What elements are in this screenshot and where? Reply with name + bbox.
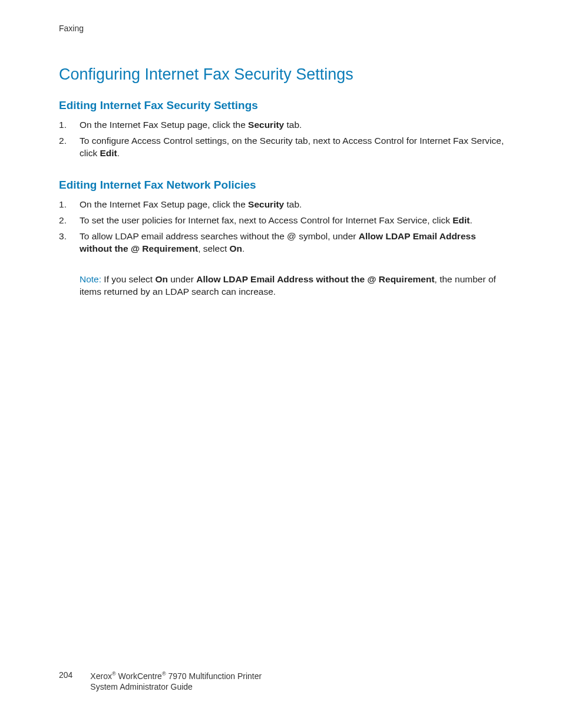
note-block: Note: If you select On under Allow LDAP … — [59, 274, 506, 298]
subheading-security-settings: Editing Internet Fax Security Settings — [59, 99, 506, 112]
page-header: Faxing — [59, 24, 506, 33]
list-item: On the Internet Fax Setup page, click th… — [59, 119, 506, 131]
list-item: To allow LDAP email address searches wit… — [59, 230, 506, 255]
note-label: Note: — [80, 274, 101, 284]
list-item: On the Internet Fax Setup page, click th… — [59, 199, 506, 211]
list-item: To set the user policies for Internet fa… — [59, 215, 506, 227]
footer-text: Xerox® WorkCentre® 7970 Multifunction Pr… — [90, 670, 262, 693]
list-item: To configure Access Control settings, on… — [59, 135, 506, 160]
page-title: Configuring Internet Fax Security Settin… — [59, 65, 506, 84]
list-security-settings: On the Internet Fax Setup page, click th… — [59, 119, 506, 160]
section-label: Faxing — [59, 24, 84, 33]
page-footer: 204 Xerox® WorkCentre® 7970 Multifunctio… — [59, 670, 262, 693]
subheading-network-policies: Editing Internet Fax Network Policies — [59, 179, 506, 192]
page-number: 204 — [59, 670, 72, 680]
list-network-policies: On the Internet Fax Setup page, click th… — [59, 199, 506, 255]
